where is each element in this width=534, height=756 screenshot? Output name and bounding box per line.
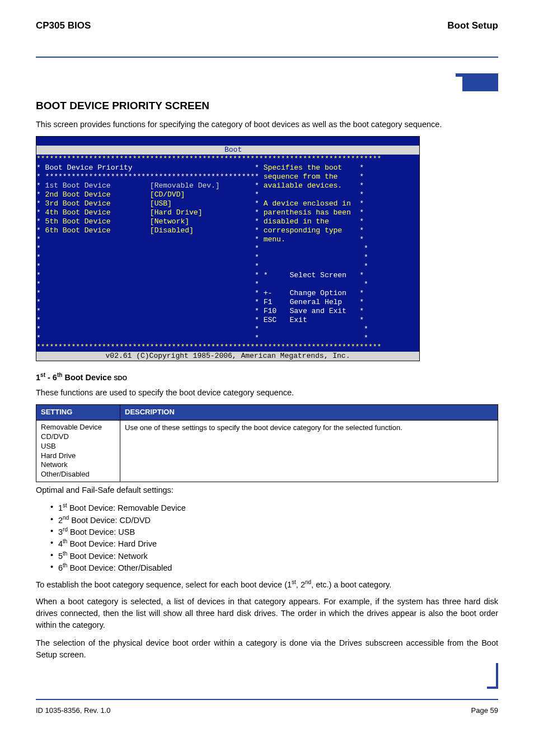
p-selection: The selection of the physical device boo… <box>36 637 498 661</box>
defaults-list: 1st Boot Device: Removable Device2nd Boo… <box>50 502 498 573</box>
pe-c: , etc.) a boot category. <box>311 580 391 589</box>
corner-decoration <box>36 73 498 91</box>
h-tag: SDO <box>114 375 127 381</box>
table-option: CD/DVD <box>41 432 115 442</box>
th-setting: SETTING <box>36 405 120 421</box>
table-head-row: SETTING DESCRIPTION <box>36 405 498 421</box>
bios-screenshot: Boot************************************… <box>36 136 420 361</box>
footer-left: ID 1035-8356, Rev. 1.0 <box>36 706 110 716</box>
table-option: Removable Device <box>41 423 115 432</box>
optimal-intro: Optimal and Fail-Safe default settings: <box>36 484 498 496</box>
table-row: Removable DeviceCD/DVDUSBHard DriveNetwo… <box>36 420 498 482</box>
td-options: Removable DeviceCD/DVDUSBHard DriveNetwo… <box>36 420 120 482</box>
bios-tab: Boot <box>36 146 419 155</box>
th-desc: DESCRIPTION <box>120 405 498 421</box>
pe-sup2: nd <box>305 579 311 585</box>
section-title: BOOT DEVICE PRIORITY SCREEN <box>36 98 498 114</box>
header-left: CP305 BIOS <box>36 19 91 33</box>
h-pre: 1 <box>36 373 40 382</box>
corner-bottom <box>36 663 498 689</box>
h-post: Boot Device <box>62 373 114 382</box>
page-header: CP305 BIOS Boot Setup <box>36 19 498 36</box>
list-item: 6th Boot Device: Other/Disabled <box>50 562 498 573</box>
header-rule <box>36 57 498 58</box>
header-right: Boot Setup <box>447 19 498 33</box>
setting-heading: 1st - 6th Boot Device SDO <box>36 371 498 384</box>
td-desc: Use one of these settings to specify the… <box>120 420 498 482</box>
table-option: Hard Drive <box>41 451 115 461</box>
table-option: Other/Disabled <box>41 470 115 479</box>
footer-rule <box>36 699 498 700</box>
list-item: 3rd Boot Device: USB <box>50 526 498 538</box>
p-when: When a boot category is selected, a list… <box>36 596 498 631</box>
page-footer: ID 1035-8356, Rev. 1.0 Page 59 <box>36 706 498 718</box>
p-establish: To establish the boot category sequence,… <box>36 578 498 591</box>
list-item: 1st Boot Device: Removable Device <box>50 502 498 514</box>
list-item: 4th Boot Device: Hard Drive <box>50 538 498 549</box>
table-option: Network <box>41 460 115 470</box>
intro-text: This screen provides functions for speci… <box>36 119 498 130</box>
pe-a: To establish the boot category sequence,… <box>36 580 292 589</box>
list-item: 5th Boot Device: Network <box>50 550 498 562</box>
pe-sup1: st <box>292 579 296 585</box>
bios-footer: v02.61 (C)Copyright 1985-2006, American … <box>36 352 419 361</box>
h-presup: st <box>40 372 45 378</box>
settings-table: SETTING DESCRIPTION Removable DeviceCD/D… <box>36 404 498 482</box>
setting-desc: These functions are used to specify the … <box>36 387 498 399</box>
pe-b: , 2 <box>296 580 305 589</box>
h-mid: - 6 <box>45 373 57 382</box>
h-midsup: th <box>57 372 62 378</box>
table-option: USB <box>41 442 115 451</box>
footer-right: Page 59 <box>471 706 498 716</box>
list-item: 2nd Boot Device: CD/DVD <box>50 514 498 526</box>
